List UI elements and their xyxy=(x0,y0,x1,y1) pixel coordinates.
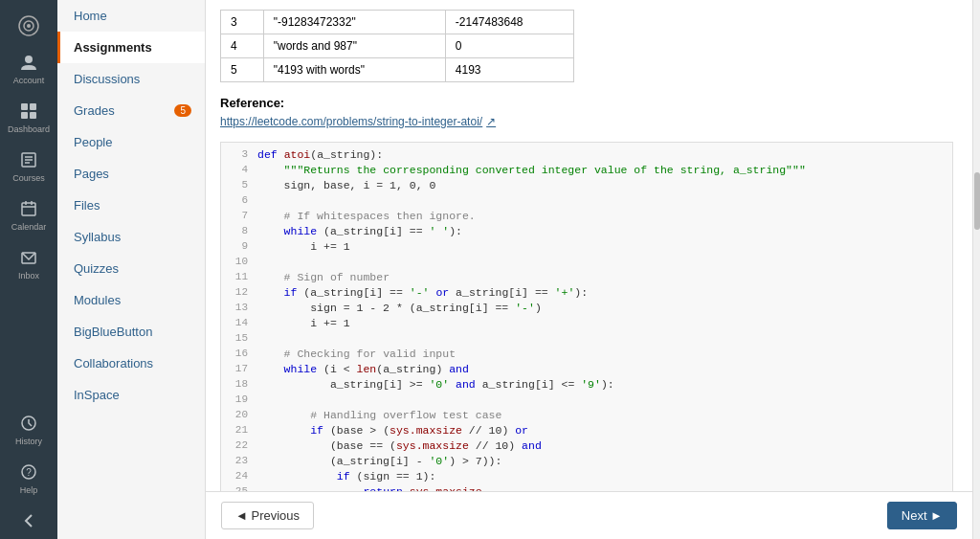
sidebar-item-account[interactable]: Account xyxy=(0,44,57,93)
nav-sidebar: Home Assignments Discussions Grades 5 Pe… xyxy=(57,0,206,539)
sidebar-item-help[interactable]: ? Help xyxy=(0,454,57,503)
sidebar-item-dashboard[interactable]: Dashboard xyxy=(0,93,57,142)
svg-point-2 xyxy=(27,24,31,28)
line-code: # Handling overflow test case xyxy=(257,409,952,421)
nav-pages-label: Pages xyxy=(74,167,109,181)
code-line: 4 """Returns the corresponding converted… xyxy=(221,164,952,179)
line-code: # If whitespaces then ignore. xyxy=(257,210,952,222)
line-number: 13 xyxy=(221,302,257,313)
sidebar-item-inbox[interactable]: Inbox xyxy=(0,239,57,288)
nav-item-discussions[interactable]: Discussions xyxy=(57,63,205,95)
row-input: "-91283472332" xyxy=(263,11,445,34)
calendar-label: Calendar xyxy=(11,222,47,232)
nav-collaborations-label: Collaborations xyxy=(74,356,153,371)
nav-item-files[interactable]: Files xyxy=(57,190,205,221)
code-line: 18 a_string[i] >= '0' and a_string[i] <=… xyxy=(221,378,952,393)
line-code: i += 1 xyxy=(257,317,952,329)
sidebar-item-calendar[interactable]: Calendar xyxy=(0,191,57,239)
nav-item-bigbluebutton[interactable]: BigBlueButton xyxy=(57,316,205,348)
line-code: (a_string[i] - '0') > 7)): xyxy=(257,455,952,467)
courses-icon xyxy=(18,149,39,170)
reference-link[interactable]: https://leetcode.com/problems/string-to-… xyxy=(220,115,482,128)
line-number: 16 xyxy=(221,348,257,359)
back-icon xyxy=(18,510,39,531)
sidebar-back-btn[interactable] xyxy=(0,503,57,539)
nav-grades-label: Grades xyxy=(74,103,115,118)
nav-item-syllabus[interactable]: Syllabus xyxy=(57,221,205,253)
code-line: 7 # If whitespaces then ignore. xyxy=(221,210,952,225)
nav-item-people[interactable]: People xyxy=(57,126,205,158)
line-code: a_string[i] >= '0' and a_string[i] <= '9… xyxy=(257,378,952,391)
inbox-icon xyxy=(18,247,39,268)
line-number: 11 xyxy=(221,271,257,282)
nav-discussions-label: Discussions xyxy=(74,72,140,86)
content-area: 3 "-91283472332" -2147483648 4 "words an… xyxy=(206,0,972,491)
reference-label: Reference: xyxy=(220,96,953,110)
nav-item-grades[interactable]: Grades 5 xyxy=(57,95,205,126)
account-label: Account xyxy=(13,76,45,85)
nav-modules-label: Modules xyxy=(74,293,121,307)
sidebar-item-history[interactable]: History xyxy=(0,405,57,454)
row-num: 5 xyxy=(221,58,264,82)
svg-rect-5 xyxy=(30,103,36,110)
code-line: 21 if (base > (sys.maxsize // 10) or xyxy=(221,424,952,439)
nav-quizzes-label: Quizzes xyxy=(74,261,119,276)
line-number: 18 xyxy=(221,378,257,390)
next-button[interactable]: Next ► xyxy=(887,502,957,529)
line-number: 8 xyxy=(221,225,257,236)
nav-item-collaborations[interactable]: Collaborations xyxy=(57,348,205,379)
line-code: sign, base, i = 1, 0, 0 xyxy=(257,179,952,191)
line-code: sign = 1 - 2 * (a_string[i] == '-') xyxy=(257,302,952,314)
code-line: 23 (a_string[i] - '0') > 7)): xyxy=(221,455,952,470)
code-line: 10 xyxy=(221,256,952,271)
code-line: 17 while (i < len(a_string) and xyxy=(221,363,952,378)
nav-item-modules[interactable]: Modules xyxy=(57,284,205,316)
table-row: 5 "4193 with words" 4193 xyxy=(221,58,574,82)
svg-point-3 xyxy=(25,56,33,63)
code-line: 9 i += 1 xyxy=(221,240,952,256)
icon-sidebar: Account Dashboard Courses xyxy=(0,0,57,539)
line-number: 22 xyxy=(221,439,257,451)
line-number: 14 xyxy=(221,317,257,328)
code-line: 14 i += 1 xyxy=(221,317,952,332)
code-line: 11 # Sign of number xyxy=(221,271,952,286)
line-number: 7 xyxy=(221,210,257,221)
line-code: if (base > (sys.maxsize // 10) or xyxy=(257,424,952,437)
scrollbar-thumb[interactable] xyxy=(974,172,980,230)
previous-button[interactable]: ◄ Previous xyxy=(221,502,314,529)
svg-rect-7 xyxy=(30,112,36,119)
nav-item-quizzes[interactable]: Quizzes xyxy=(57,253,205,284)
code-line: 24 if (sign == 1): xyxy=(221,470,952,485)
nav-item-pages[interactable]: Pages xyxy=(57,158,205,190)
line-code: # Sign of number xyxy=(257,271,952,283)
nav-item-home[interactable]: Home xyxy=(57,0,205,32)
reference-link-container: https://leetcode.com/problems/string-to-… xyxy=(220,115,953,128)
line-number: 17 xyxy=(221,363,257,374)
code-block: 3def atoi(a_string):4 """Returns the cor… xyxy=(220,142,953,491)
nav-inspace-label: InSpace xyxy=(74,388,120,402)
help-icon: ? xyxy=(18,461,39,483)
nav-bigbluebutton-label: BigBlueButton xyxy=(74,325,152,339)
scrollbar-track[interactable] xyxy=(972,0,980,539)
nav-item-assignments[interactable]: Assignments xyxy=(57,32,205,63)
history-icon xyxy=(18,413,39,434)
line-number: 12 xyxy=(221,286,257,298)
dashboard-label: Dashboard xyxy=(8,124,50,134)
code-line: 6 xyxy=(221,194,952,210)
code-line: 13 sign = 1 - 2 * (a_string[i] == '-') xyxy=(221,302,952,317)
table-row: 4 "words and 987" 0 xyxy=(221,34,574,58)
row-num: 3 xyxy=(221,11,264,34)
nav-item-inspace[interactable]: InSpace xyxy=(57,379,205,411)
svg-text:?: ? xyxy=(26,467,32,478)
nav-files-label: Files xyxy=(74,198,100,213)
code-line: 16 # Checking for valid input xyxy=(221,348,952,363)
line-number: 6 xyxy=(221,194,257,206)
sidebar-logo[interactable] xyxy=(0,8,57,44)
line-code: while (a_string[i] == ' '): xyxy=(257,225,952,237)
line-code: i += 1 xyxy=(257,240,952,253)
line-code: while (i < len(a_string) and xyxy=(257,363,952,375)
line-number: 23 xyxy=(221,455,257,466)
history-label: History xyxy=(15,437,42,446)
sidebar-item-courses[interactable]: Courses xyxy=(0,142,57,191)
line-number: 9 xyxy=(221,240,257,252)
